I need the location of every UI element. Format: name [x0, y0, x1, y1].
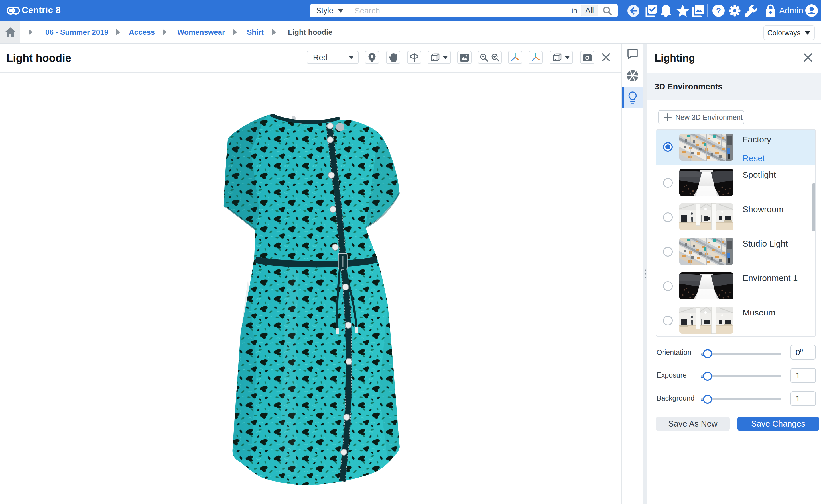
svg-text:?: ?: [716, 6, 721, 15]
